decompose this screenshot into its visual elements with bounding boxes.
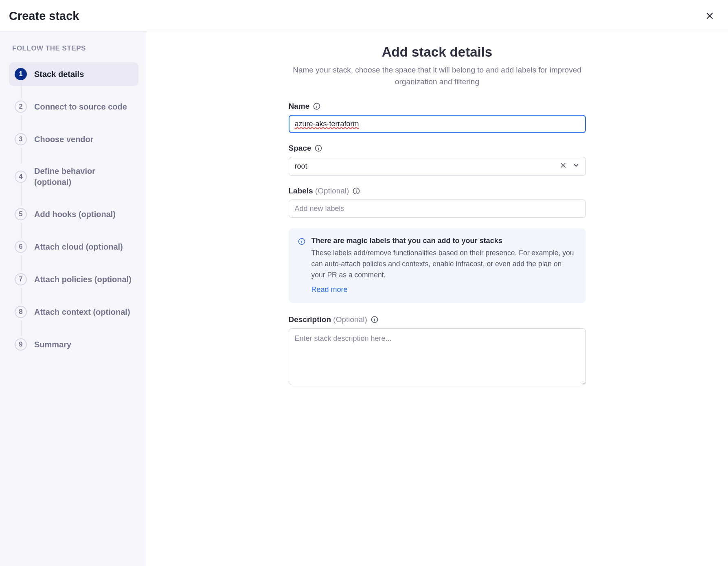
labels-label: Labels (Optional) [289,186,349,195]
svg-point-15 [301,240,302,240]
space-label: Space [289,144,311,153]
main-content: Add stack details Name your stack, choos… [146,31,728,566]
clear-icon[interactable] [559,162,567,171]
step-add-hooks[interactable]: 5 Add hooks (optional) [9,202,138,226]
step-connector [21,180,22,206]
svg-point-18 [374,318,375,318]
field-description: Description (Optional) [289,315,586,387]
step-number: 9 [15,338,27,351]
step-number: 1 [15,68,27,80]
info-icon[interactable] [313,102,321,110]
step-summary[interactable]: 9 Summary [9,333,138,356]
step-attach-context[interactable]: 8 Attach context (optional) [9,300,138,324]
step-attach-policies[interactable]: 7 Attach policies (optional) [9,268,138,291]
name-input-value: azure-aks-terraform [295,120,359,128]
step-label: Attach context (optional) [34,307,130,318]
step-attach-cloud[interactable]: 6 Attach cloud (optional) [9,235,138,259]
steps-sidebar: FOLLOW THE STEPS 1 Stack details 2 Conne… [0,31,146,566]
callout-title: There are magic labels that you can add … [311,237,577,245]
step-number: 2 [15,101,27,113]
step-stack-details[interactable]: 1 Stack details [9,62,138,86]
step-label: Connect to source code [34,101,127,112]
magic-labels-callout: There are magic labels that you can add … [289,228,586,303]
step-label: Define behavior (optional) [34,166,133,188]
description-label: Description (Optional) [289,315,367,324]
name-label: Name [289,102,310,111]
step-number: 8 [15,306,27,318]
close-button[interactable] [703,9,717,23]
field-space: Space root [289,144,586,176]
name-input[interactable]: azure-aks-terraform [289,115,586,133]
info-icon [298,237,306,294]
step-label: Attach policies (optional) [34,274,132,285]
step-label: Add hooks (optional) [34,209,116,220]
step-choose-vendor[interactable]: 3 Choose vendor [9,127,138,151]
svg-point-4 [317,105,317,105]
description-textarea[interactable] [289,328,586,385]
step-label: Attach cloud (optional) [34,241,123,252]
step-number: 3 [15,133,27,145]
svg-point-12 [356,189,357,190]
step-number: 7 [15,273,27,285]
step-define-behavior[interactable]: 4 Define behavior (optional) [9,160,138,193]
page-subtitle: Name your stack, choose the space that i… [289,64,586,88]
modal-header: Create stack [0,0,728,31]
field-name: Name azure-aks-terraform [289,102,586,133]
modal-title: Create stack [9,9,79,23]
info-icon[interactable] [371,316,379,324]
svg-point-7 [318,147,319,147]
read-more-link[interactable]: Read more [311,285,348,294]
step-label: Choose vendor [34,134,94,145]
labels-input[interactable] [289,200,586,218]
page-title: Add stack details [289,44,586,60]
step-number: 4 [15,171,27,183]
step-number: 5 [15,208,27,220]
step-connect-source[interactable]: 2 Connect to source code [9,95,138,118]
callout-body: These labels add/remove functionalities … [311,248,577,281]
step-number: 6 [15,241,27,253]
space-select[interactable]: root [289,157,586,176]
steps-heading: FOLLOW THE STEPS [12,44,138,53]
field-labels: Labels (Optional) [289,186,586,218]
info-icon[interactable] [314,144,322,152]
step-label: Stack details [34,69,84,80]
info-icon[interactable] [352,187,360,195]
chevron-down-icon[interactable] [572,162,580,171]
steps-list: 1 Stack details 2 Connect to source code… [9,62,138,356]
step-label: Summary [34,339,71,350]
close-icon [705,11,714,20]
space-value: root [295,162,307,171]
